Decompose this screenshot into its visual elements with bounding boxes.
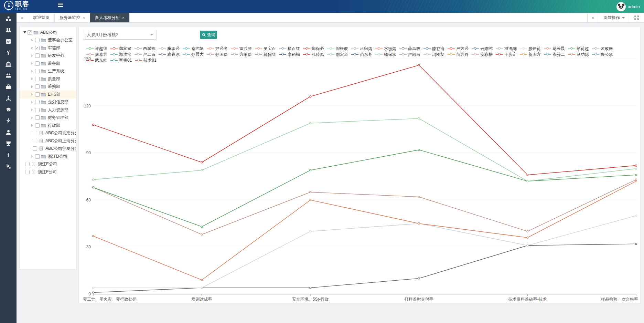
child-icon[interactable] xyxy=(0,115,17,127)
yen-icon[interactable]: ¥ xyxy=(0,47,17,59)
tree-item[interactable]: 装备部 xyxy=(20,60,76,67)
expand-arrow-icon[interactable] xyxy=(30,124,34,127)
checkbox[interactable]: ✓ xyxy=(28,30,32,35)
checkbox[interactable] xyxy=(33,146,37,151)
legend-item[interactable]: 尹必冬 xyxy=(207,46,228,52)
legend-item[interactable]: 严殿昌 xyxy=(399,52,420,58)
user-menu[interactable]: admin xyxy=(616,0,640,13)
legend-item[interactable]: 康泰方 xyxy=(86,52,107,58)
legend-item[interactable]: 马功陈 xyxy=(568,52,589,58)
legend-item[interactable]: 钱保承 xyxy=(375,52,396,58)
checkbox[interactable] xyxy=(35,53,40,58)
legend-item[interactable]: 潘鸿陈 xyxy=(496,46,517,52)
trophy-icon[interactable] xyxy=(0,138,17,149)
legend-item[interactable]: 孔传凤 xyxy=(303,52,324,58)
legend-item[interactable]: 楮百红 xyxy=(279,46,300,52)
expand-arrow-icon[interactable] xyxy=(30,77,34,80)
checkbox[interactable] xyxy=(35,69,40,73)
legend-item[interactable]: 秦纯复 xyxy=(183,46,204,52)
legend-item[interactable]: 苗东冬 xyxy=(351,52,372,58)
tabs-scroll-left-icon[interactable]: « xyxy=(17,13,28,22)
tree-item[interactable]: 质量部 xyxy=(20,75,76,83)
checkbox[interactable] xyxy=(35,38,40,42)
legend-item[interactable]: 滕存海 xyxy=(423,46,444,52)
legend-item[interactable]: 岑芬二 xyxy=(544,52,565,58)
team-icon[interactable] xyxy=(0,70,17,81)
legend-item[interactable]: 方承倍 xyxy=(231,52,252,58)
tab-close-icon[interactable]: × xyxy=(83,15,85,20)
tree-item[interactable]: ABC公司北京分公司 xyxy=(20,129,76,137)
legend-item[interactable]: 孙晨大 xyxy=(183,52,204,58)
legend-item[interactable]: 郑保必 xyxy=(303,46,324,52)
checkbox[interactable] xyxy=(35,123,40,128)
tree-item[interactable]: 研发中心 xyxy=(20,52,76,60)
tab-close-icon[interactable]: × xyxy=(122,15,125,20)
expand-arrow-icon[interactable] xyxy=(30,93,34,96)
legend-item[interactable]: 吴宝百 xyxy=(255,46,276,52)
legend-item[interactable]: 魏富鉴 xyxy=(110,46,131,52)
tree-item[interactable]: 浙江F公司 xyxy=(20,168,76,176)
expand-arrow-icon[interactable] xyxy=(30,62,34,65)
checkbox[interactable] xyxy=(33,131,37,135)
checkbox[interactable] xyxy=(35,61,40,66)
checkbox[interactable] xyxy=(35,84,40,89)
tree-item[interactable]: 人力资源部 xyxy=(20,106,76,114)
legend-item[interactable]: 孙国倍 xyxy=(207,52,228,58)
tree-item[interactable]: ABC公司上海分公司 xyxy=(20,137,76,145)
legend-item[interactable]: 技术01 xyxy=(135,58,156,63)
legend-item[interactable]: 西斌抱 xyxy=(135,46,155,52)
tree-item[interactable]: ✓军需部 xyxy=(20,44,76,52)
legend-item[interactable]: 彭荷超 xyxy=(568,46,589,52)
checkbox[interactable] xyxy=(33,139,37,143)
tree-item[interactable]: 行政部 xyxy=(20,122,76,129)
expand-arrow-icon[interactable] xyxy=(22,30,27,35)
tree-item[interactable]: 采购部 xyxy=(20,83,76,91)
info-icon[interactable]: i xyxy=(0,149,17,161)
checkbox[interactable] xyxy=(35,115,40,120)
legend-item[interactable]: 王步定 xyxy=(496,52,517,58)
expand-arrow-icon[interactable] xyxy=(30,54,34,57)
tree-item[interactable]: 浙江E公司 xyxy=(20,160,76,168)
legend-item[interactable]: 严方必 xyxy=(448,46,469,52)
legend-item[interactable]: 军需01 xyxy=(110,58,132,63)
briefcase-icon[interactable] xyxy=(0,81,17,93)
legend-item[interactable]: 窦承必 xyxy=(159,46,180,52)
tab-3[interactable]: 多人考核分析× xyxy=(90,13,130,22)
legend-item[interactable]: 雷兵登 xyxy=(231,46,252,52)
legend-item[interactable]: 严二百 xyxy=(135,52,155,58)
checkbox[interactable] xyxy=(25,162,30,166)
tree-item[interactable]: 董事会办公室 xyxy=(20,37,76,44)
tree-item[interactable]: 生产系统 xyxy=(20,67,76,75)
tree-item[interactable]: 企划信息部 xyxy=(20,98,76,106)
legend-item[interactable]: 贺国方 xyxy=(520,52,541,58)
expand-arrow-icon[interactable] xyxy=(30,101,34,104)
tab-1[interactable]: 欢迎首页 xyxy=(28,13,55,22)
expand-arrow-icon[interactable] xyxy=(30,108,34,111)
legend-item[interactable]: 吕归炳 xyxy=(351,46,372,52)
legend-item[interactable]: 郑功常 xyxy=(110,52,131,58)
legend-item[interactable]: 苗方丹 xyxy=(448,52,469,58)
tab-2[interactable]: 服务器监控× xyxy=(55,13,90,22)
legend-item[interactable]: 武东桂 xyxy=(86,58,107,63)
fullscreen-toggle-icon[interactable] xyxy=(629,13,644,22)
tabs-scroll-right-icon[interactable]: » xyxy=(587,13,599,22)
tree-item[interactable]: ✓ABC公司 xyxy=(20,29,76,37)
graduation-cap-icon[interactable] xyxy=(0,104,17,115)
legend-item[interactable]: 喻宏道 xyxy=(327,52,348,58)
checkbox[interactable] xyxy=(35,154,40,159)
legend-item[interactable]: 安彩耕 xyxy=(472,52,493,58)
checkbox[interactable] xyxy=(35,108,40,112)
cogs-icon[interactable] xyxy=(0,161,17,172)
checkbox[interactable] xyxy=(35,77,40,81)
checkbox[interactable] xyxy=(35,92,40,97)
legend-item[interactable]: 郝翰登 xyxy=(255,52,276,58)
legend-item[interactable]: 云陈纯 xyxy=(472,46,493,52)
expand-arrow-icon[interactable] xyxy=(30,116,34,119)
legend-item[interactable]: 水纷炳 xyxy=(375,46,396,52)
legend-item[interactable]: 葛长晨 xyxy=(544,46,565,52)
checkbox[interactable] xyxy=(25,170,30,174)
legend-item[interactable]: 鲁公承 xyxy=(592,52,613,58)
expand-arrow-icon[interactable] xyxy=(30,46,34,49)
legend-item[interactable]: 李铬福 xyxy=(279,52,300,58)
legend-item[interactable]: 滕铬荷 xyxy=(520,46,541,52)
